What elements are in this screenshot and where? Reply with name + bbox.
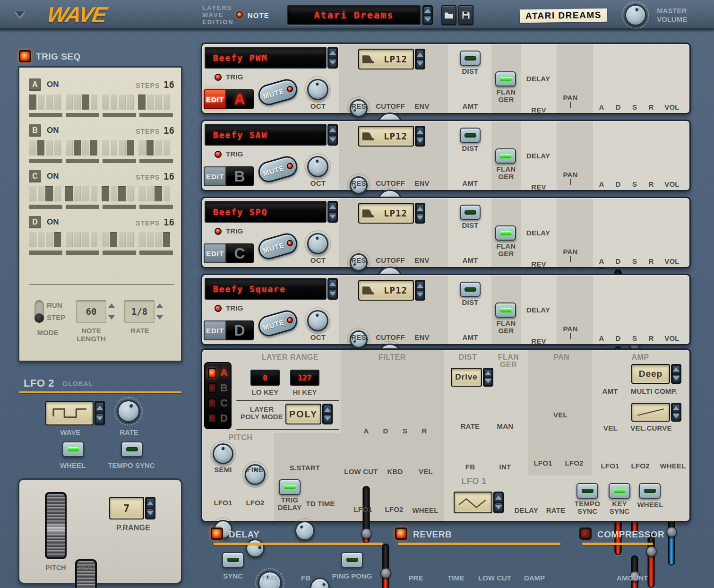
layer-select-item-A[interactable]: A xyxy=(208,366,228,380)
seq-step[interactable] xyxy=(29,232,36,247)
seq-step[interactable] xyxy=(110,186,118,201)
dist-button[interactable] xyxy=(460,282,481,297)
seq-step[interactable] xyxy=(138,140,146,156)
seq-step[interactable] xyxy=(37,95,45,110)
spinner-down-button[interactable] xyxy=(156,313,163,322)
seq-step[interactable] xyxy=(163,95,171,110)
vel-curve-display[interactable] xyxy=(631,403,670,422)
seq-step[interactable] xyxy=(127,232,134,247)
spinner-up-button[interactable] xyxy=(108,301,115,310)
slider-handle[interactable] xyxy=(380,568,391,579)
seq-step[interactable] xyxy=(163,186,171,201)
spinner-down-button[interactable] xyxy=(329,290,336,298)
lfo2-wheel-button[interactable] xyxy=(62,441,84,457)
filter-type-display[interactable]: LP12 xyxy=(358,49,414,69)
spinner-down-button[interactable] xyxy=(147,509,154,518)
spinner-up-button[interactable] xyxy=(329,203,336,211)
spinner-down-button[interactable] xyxy=(673,413,680,420)
ping-pong-button[interactable] xyxy=(341,552,363,568)
filter-type-display[interactable]: LP12 xyxy=(358,280,414,301)
edit-button[interactable]: EDIT xyxy=(204,166,226,186)
seq-mode-run-label[interactable]: RUN xyxy=(47,301,62,309)
seq-step[interactable] xyxy=(138,186,146,201)
seq-steps-value[interactable]: 16 xyxy=(163,171,174,182)
seq-step[interactable] xyxy=(102,232,109,247)
spinner-down-button[interactable] xyxy=(329,213,336,221)
pitch-range-value[interactable]: 7 xyxy=(109,497,144,519)
seq-step[interactable] xyxy=(138,232,146,247)
seq-step[interactable] xyxy=(90,140,98,156)
dist-mode-value[interactable]: Drive xyxy=(451,368,482,387)
filter-type-display[interactable]: LP12 xyxy=(358,203,414,224)
lo-key-display[interactable]: 0 xyxy=(250,370,280,386)
oct-knob[interactable] xyxy=(307,233,328,254)
seq-step[interactable] xyxy=(29,140,36,156)
lfo2-wave-display[interactable] xyxy=(45,401,94,425)
delay-sync-button[interactable] xyxy=(222,552,244,568)
seq-step[interactable] xyxy=(138,95,146,110)
spinner-down-button[interactable] xyxy=(485,378,491,385)
edit-button[interactable]: EDIT xyxy=(204,89,226,109)
seq-step[interactable] xyxy=(146,95,154,110)
save-preset-button[interactable] xyxy=(458,5,473,25)
seq-step[interactable] xyxy=(155,232,162,247)
seq-step[interactable] xyxy=(146,186,154,201)
mute-button[interactable]: MUTE xyxy=(256,154,300,184)
seq-step[interactable] xyxy=(29,186,36,201)
lfo1-wave-display[interactable] xyxy=(454,492,492,513)
lfo1-tempo-sync-button[interactable] xyxy=(576,483,598,499)
seq-step[interactable] xyxy=(90,95,98,110)
seq-mode-step-label[interactable]: STEP xyxy=(47,313,65,321)
lfo2-tempo-sync-button[interactable] xyxy=(121,441,143,457)
layer-name-display[interactable]: Beefy SAW xyxy=(205,124,327,146)
load-preset-button[interactable] xyxy=(441,5,456,25)
seq-step[interactable] xyxy=(146,232,154,247)
master-volume-knob[interactable] xyxy=(625,4,646,26)
spinner-down-button[interactable] xyxy=(417,60,423,68)
seq-mode-switch[interactable] xyxy=(34,300,44,323)
seq-step[interactable] xyxy=(65,232,73,247)
seq-step[interactable] xyxy=(127,95,134,110)
dist-button[interactable] xyxy=(460,205,481,220)
seq-step[interactable] xyxy=(29,95,36,110)
seq-step[interactable] xyxy=(54,95,61,110)
dist-button[interactable] xyxy=(460,128,481,143)
mute-button[interactable]: MUTE xyxy=(256,77,300,107)
spinner-down-button[interactable] xyxy=(424,16,431,24)
layer-name-display[interactable]: Beefy Square xyxy=(205,278,327,300)
spinner-up-button[interactable] xyxy=(156,301,163,310)
seq-row-letter-badge[interactable]: D xyxy=(29,216,41,228)
seq-step[interactable] xyxy=(65,186,73,201)
seq-step[interactable] xyxy=(90,186,98,201)
seq-step[interactable] xyxy=(45,232,53,247)
seq-step[interactable] xyxy=(102,140,109,156)
edit-button[interactable]: EDIT xyxy=(204,320,226,340)
spinner-up-button[interactable] xyxy=(417,51,423,59)
sample-start-knob[interactable] xyxy=(295,521,315,541)
pitch-semi-knob[interactable] xyxy=(213,443,233,464)
seq-step[interactable] xyxy=(54,232,61,247)
oct-knob[interactable] xyxy=(307,156,328,177)
seq-step[interactable] xyxy=(118,232,126,247)
dist-button[interactable] xyxy=(460,51,481,66)
spinner-up-button[interactable] xyxy=(673,405,680,412)
spinner-down-button[interactable] xyxy=(108,313,115,322)
seq-step[interactable] xyxy=(37,232,45,247)
seq-row-on-label[interactable]: ON xyxy=(47,126,59,135)
seq-step[interactable] xyxy=(74,140,81,156)
seq-step[interactable] xyxy=(118,95,126,110)
spinner-down-button[interactable] xyxy=(324,415,331,423)
seq-step[interactable] xyxy=(146,140,154,156)
seq-step[interactable] xyxy=(65,140,73,156)
seq-row-on-label[interactable]: ON xyxy=(47,172,59,181)
oct-knob[interactable] xyxy=(307,310,328,331)
trig-delay-button[interactable] xyxy=(279,479,301,495)
spinner-down-button[interactable] xyxy=(417,137,423,145)
spinner-up-button[interactable] xyxy=(495,493,502,502)
seq-step[interactable] xyxy=(74,232,81,247)
seq-step[interactable] xyxy=(102,95,109,110)
spinner-up-button[interactable] xyxy=(324,406,331,414)
seq-row-letter-badge[interactable]: A xyxy=(29,78,41,91)
seq-step[interactable] xyxy=(127,140,134,156)
trig-seq-enable-led[interactable] xyxy=(19,50,31,62)
